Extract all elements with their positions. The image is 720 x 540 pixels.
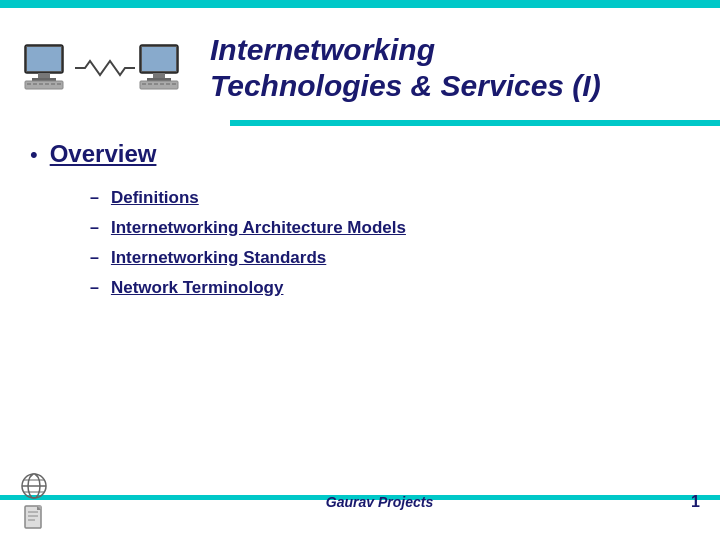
footer-icons — [20, 472, 48, 532]
header-area: Internetworking Technologies & Services … — [0, 8, 720, 128]
list-item: – Internetworking Standards — [90, 248, 690, 268]
dash-icon: – — [90, 279, 99, 297]
svg-rect-19 — [160, 83, 164, 85]
footer-text: Gaurav Projects — [48, 494, 691, 510]
slide: Internetworking Technologies & Services … — [0, 0, 720, 540]
svg-rect-12 — [142, 47, 176, 71]
list-item: – Internetworking Architecture Models — [90, 218, 690, 238]
svg-rect-21 — [172, 83, 176, 85]
computer-icon-right — [135, 43, 190, 93]
top-bar — [0, 0, 720, 8]
svg-rect-1 — [27, 47, 61, 71]
svg-rect-6 — [33, 83, 37, 85]
item-standards: Internetworking Standards — [111, 248, 326, 268]
item-definitions: Definitions — [111, 188, 199, 208]
dash-icon: – — [90, 249, 99, 267]
footer: Gaurav Projects 1 — [0, 472, 720, 532]
sub-items-list: – Definitions – Internetworking Architec… — [90, 188, 690, 298]
item-network-terminology: Network Terminology — [111, 278, 284, 298]
bullet-icon: • — [30, 142, 38, 168]
computer-icons — [0, 43, 190, 93]
svg-rect-2 — [38, 73, 50, 78]
network-connector — [75, 58, 135, 78]
list-item: – Definitions — [90, 188, 690, 208]
main-content: • Overview – Definitions – Internetworki… — [30, 140, 690, 308]
list-item: – Network Terminology — [90, 278, 690, 298]
dash-icon: – — [90, 219, 99, 237]
svg-rect-13 — [153, 73, 165, 78]
svg-rect-10 — [57, 83, 61, 85]
svg-rect-16 — [142, 83, 146, 85]
svg-rect-9 — [51, 83, 55, 85]
header-line — [230, 120, 720, 126]
computer-icon-left — [20, 43, 75, 93]
title-block: Internetworking Technologies & Services … — [190, 32, 720, 104]
overview-section: • Overview — [30, 140, 690, 168]
slide-title: Internetworking Technologies & Services … — [210, 32, 720, 104]
dash-icon: – — [90, 189, 99, 207]
item-arch-models: Internetworking Architecture Models — [111, 218, 406, 238]
svg-rect-20 — [166, 83, 170, 85]
svg-rect-7 — [39, 83, 43, 85]
overview-label: Overview — [50, 140, 157, 168]
page-number: 1 — [691, 493, 700, 511]
svg-rect-17 — [148, 83, 152, 85]
svg-rect-8 — [45, 83, 49, 85]
globe-icon — [20, 472, 48, 500]
svg-rect-18 — [154, 83, 158, 85]
document-icon — [23, 504, 45, 532]
svg-rect-5 — [27, 83, 31, 85]
